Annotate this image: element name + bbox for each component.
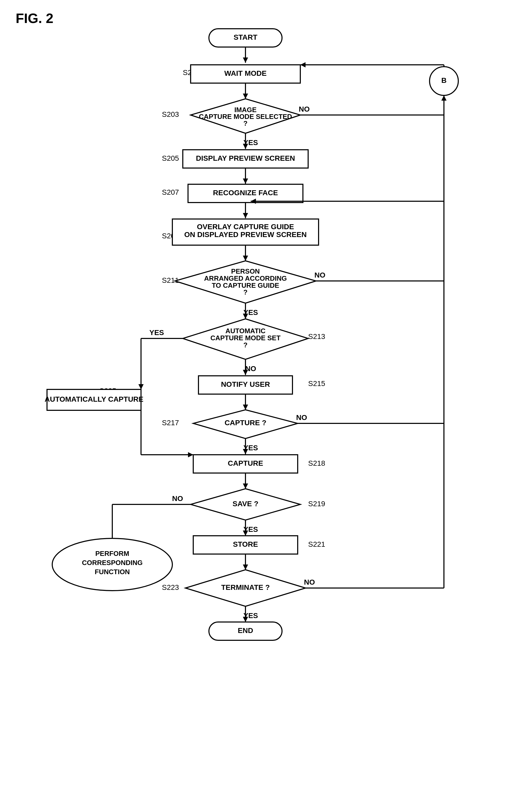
perform-text1: PERFORM	[95, 550, 129, 557]
s221-text: STORE	[233, 540, 258, 548]
s218-label: S218	[308, 459, 325, 467]
s213-text1: AUTOMATIC	[225, 327, 266, 335]
svg-marker-2	[243, 58, 248, 63]
s215-label: S215	[308, 379, 325, 387]
s221-label: S221	[308, 540, 325, 548]
s219-text: SAVE ?	[233, 500, 258, 508]
svg-marker-12	[243, 178, 248, 184]
end-label: END	[238, 627, 253, 635]
s225-text: AUTOMATICALLY CAPTURE	[44, 395, 144, 403]
s223-text: TERMINATE ?	[221, 583, 270, 591]
s213-text2: CAPTURE MODE SET	[210, 334, 281, 342]
s207-label: S207	[162, 188, 179, 196]
s213-label: S213	[308, 332, 325, 341]
svg-marker-64	[441, 95, 447, 100]
s203-text3: ?	[243, 119, 248, 127]
s217-yes-label: YES	[243, 444, 258, 452]
b-circle-label: B	[441, 76, 447, 84]
s217-no-label: NO	[296, 413, 307, 422]
svg-marker-15	[243, 213, 248, 218]
s203-label: S203	[162, 110, 179, 118]
s203-yes-label: YES	[243, 139, 258, 147]
page: FIG. 2 START S201 WAIT MODE S203 IMAGE C…	[0, 0, 516, 812]
s213-no-label: NO	[245, 365, 256, 373]
s205-text: DISPLAY PREVIEW SCREEN	[196, 154, 295, 162]
s215-text: NOTIFY USER	[221, 380, 270, 388]
perform-text2: CORRESPONDING	[82, 559, 143, 567]
s213-yes-label: YES	[149, 328, 164, 337]
start-label: START	[234, 33, 257, 41]
s211-yes-label: YES	[243, 309, 258, 317]
svg-marker-18	[243, 256, 248, 261]
s209-text1: OVERLAY CAPTURE GUIDE	[197, 223, 294, 231]
svg-marker-36	[243, 405, 248, 410]
s217-label: S217	[162, 419, 179, 427]
s223-label: S223	[162, 583, 179, 591]
svg-marker-29	[139, 384, 144, 389]
wait-mode-text: WAIT MODE	[224, 69, 267, 77]
s211-text1: PERSON	[231, 267, 260, 275]
s211-text2: ARRANGED ACCORDING	[204, 274, 287, 282]
s223-yes-label: YES	[243, 612, 258, 620]
perform-text3: FUNCTION	[95, 568, 130, 576]
s219-label: S219	[308, 500, 325, 508]
s213-text3: ?	[243, 341, 248, 349]
svg-marker-5	[243, 93, 248, 99]
s219-no-label: NO	[172, 494, 183, 502]
s219-yes-label: YES	[243, 525, 258, 533]
svg-marker-43	[188, 452, 193, 457]
s205-label: S205	[162, 154, 179, 162]
s209-text2: ON DISPLAYED PREVIEW SCREEN	[184, 231, 307, 239]
s211-text4: ?	[243, 288, 248, 296]
svg-marker-45	[243, 484, 248, 489]
s203-no-label: NO	[299, 105, 310, 113]
s211-no-label: NO	[314, 271, 325, 279]
svg-marker-55	[243, 564, 248, 570]
s217-text: CAPTURE ?	[224, 419, 266, 427]
svg-marker-67	[300, 62, 306, 67]
s207-text: RECOGNIZE FACE	[213, 189, 278, 197]
flowchart-svg: START S201 WAIT MODE S203 IMAGE CAPTURE …	[0, 0, 516, 812]
s218-text: CAPTURE	[228, 459, 263, 467]
s223-no-label: NO	[304, 578, 315, 586]
